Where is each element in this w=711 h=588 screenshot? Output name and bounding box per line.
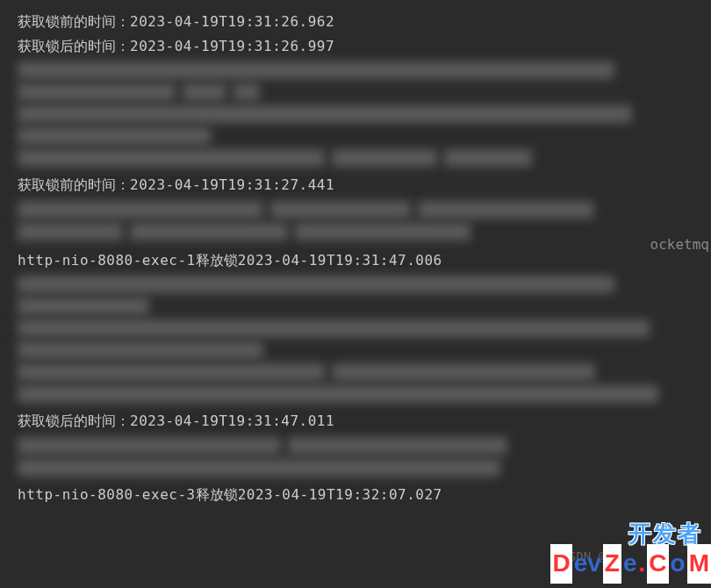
log-timestamp: 2023-04-19T19:32:07.027: [238, 486, 442, 503]
log-thread: http-nio-8080-exec-1: [18, 252, 196, 269]
log-line-release-lock-1: http-nio-8080-exec-1释放锁2023-04-19T19:31:…: [18, 249, 693, 272]
watermark-logo: D ev Z e . C o M: [550, 544, 711, 584]
log-label: 释放锁: [196, 252, 238, 269]
redacted-block: [18, 276, 693, 403]
log-label: 获取锁后的时间：: [18, 412, 130, 429]
wm-c: C: [647, 544, 668, 584]
log-label: 获取锁后的时间：: [18, 38, 130, 54]
wm-m: M: [687, 544, 711, 584]
log-fragment: ocketmq: [650, 233, 709, 256]
wm-dot: .: [639, 544, 646, 584]
wm-d: D: [550, 544, 571, 584]
wm-e: e: [623, 544, 637, 584]
log-line-after-lock-1: 获取锁后的时间：2023-04-19T19:31:26.997: [18, 35, 693, 58]
wm-o: o: [671, 544, 686, 584]
log-label: 释放锁: [196, 486, 238, 503]
log-line-after-lock-2: 获取锁后的时间：2023-04-19T19:31:47.011: [18, 410, 693, 433]
wm-ev: ev: [574, 544, 601, 584]
log-timestamp: 2023-04-19T19:31:47.006: [238, 252, 442, 269]
log-line-before-lock-2: 获取锁前的时间：2023-04-19T19:31:27.441: [18, 174, 693, 197]
redacted-block: [18, 61, 693, 167]
log-timestamp: 2023-04-19T19:31:27.441: [130, 176, 334, 193]
log-label: 获取锁前的时间：: [18, 13, 130, 30]
log-line-release-lock-2: http-nio-8080-exec-3释放锁2023-04-19T19:32:…: [18, 484, 693, 506]
log-timestamp: 2023-04-19T19:31:26.962: [130, 13, 334, 30]
log-timestamp: 2023-04-19T19:31:26.997: [130, 38, 334, 54]
log-line-before-lock-1: 获取锁前的时间：2023-04-19T19:31:26.962: [18, 11, 693, 33]
log-label: 获取锁前的时间：: [18, 176, 130, 193]
redacted-block: [18, 201, 693, 240]
wm-z: Z: [603, 544, 621, 584]
log-timestamp: 2023-04-19T19:31:47.011: [130, 412, 334, 429]
log-thread: http-nio-8080-exec-3: [18, 486, 196, 503]
redacted-block: [18, 437, 693, 477]
